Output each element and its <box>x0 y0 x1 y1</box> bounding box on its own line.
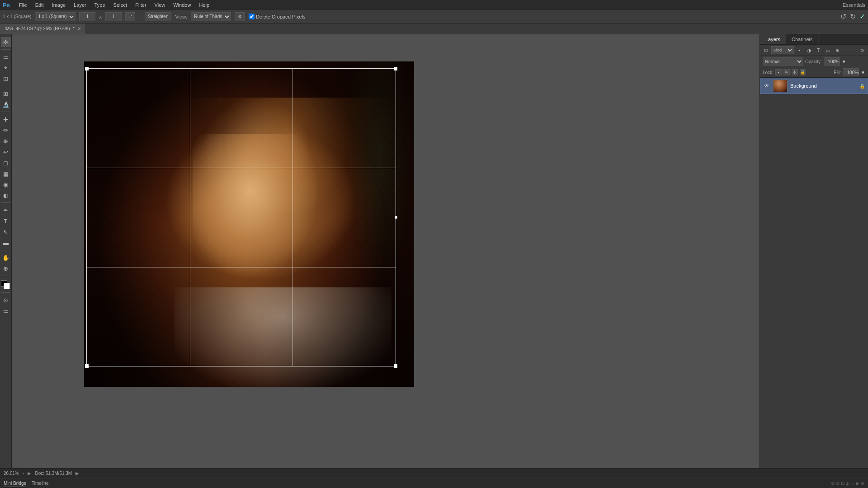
blend-mode-select[interactable]: Normal Dissolve Multiply Screen Overlay <box>763 57 803 66</box>
menu-bar: Ps File Edit Image Layer Type Select Fil… <box>0 0 868 10</box>
doc-info: Doc: 51.3M/51.3M <box>35 471 72 476</box>
type-filter-icon[interactable]: T <box>814 46 822 54</box>
history-brush-tool[interactable]: ↩ <box>1 147 11 157</box>
fill-arrow[interactable]: ▼ <box>861 70 865 75</box>
rotate-left-button[interactable]: ↺ <box>840 12 846 21</box>
status-arrow[interactable]: ▶ <box>28 471 31 476</box>
mini-bridge-controls: ⊘ ⊙ ⊡ ◭ ▭ ▶ ⊕ <box>831 481 864 486</box>
toggle-filter-icon[interactable]: ⊙ <box>858 46 866 54</box>
menu-image[interactable]: Image <box>48 1 70 9</box>
document-tab-name: IMG_9624.CR2 @ 26% (RGB/8) <box>5 26 70 31</box>
menu-window[interactable]: Window <box>170 1 194 9</box>
marquee-tool[interactable]: ▭ <box>1 52 11 62</box>
dodge-tool[interactable]: ◐ <box>1 190 11 200</box>
canvas-area <box>12 34 760 468</box>
layer-visibility-toggle[interactable]: 👁 <box>763 82 770 89</box>
adjustment-filter-icon[interactable]: ◑ <box>805 46 813 54</box>
ratio-width-input[interactable] <box>79 12 95 21</box>
status-bar: 26.01% ▪ ▶ Doc: 51.3M/51.3M ▶ <box>0 468 868 478</box>
document-tab[interactable]: IMG_9624.CR2 @ 26% (RGB/8) * ✕ <box>0 23 86 34</box>
tab-bar: IMG_9624.CR2 @ 26% (RGB/8) * ✕ <box>0 23 868 34</box>
zoom-tool[interactable]: ⊕ <box>1 263 11 273</box>
options-bar: 1 x 1 (Square) 1 x 1 (Square) x ⇌ Straig… <box>0 10 868 23</box>
quick-select-tool[interactable]: ⊡ <box>1 74 11 84</box>
healing-brush-tool[interactable]: ✚ <box>1 114 11 124</box>
blur-tool[interactable]: ◉ <box>1 179 11 189</box>
timeline-tab[interactable]: Timeline <box>32 480 48 487</box>
essentials-label: Essentials <box>843 2 865 8</box>
rotate-right-button[interactable]: ↻ <box>850 12 856 21</box>
pen-tool[interactable]: ✒ <box>1 205 11 215</box>
opacity-arrow[interactable]: ▼ <box>842 59 846 64</box>
lock-pixels-icon[interactable]: ✏ <box>783 69 790 75</box>
crop-box[interactable] <box>86 68 396 366</box>
menu-help[interactable]: Help <box>195 1 213 9</box>
blend-mode-row: Normal Dissolve Multiply Screen Overlay … <box>760 56 868 67</box>
crop-handle-br[interactable] <box>394 364 397 368</box>
screen-mode-tool[interactable]: ▭ <box>1 306 11 316</box>
lock-transparent-icon[interactable]: ▪ <box>775 69 782 75</box>
close-document-button[interactable]: ✕ <box>77 26 81 31</box>
menu-select[interactable]: Select <box>110 1 131 9</box>
layer-thumbnail <box>773 80 788 92</box>
menu-edit[interactable]: Edit <box>32 1 47 9</box>
lasso-tool[interactable]: ⌖ <box>1 63 11 73</box>
type-tool[interactable]: T <box>1 216 11 226</box>
foreground-background-colors[interactable] <box>1 280 11 290</box>
eraser-tool[interactable]: ◻ <box>1 158 11 168</box>
menu-view[interactable]: View <box>151 1 169 9</box>
layer-name: Background <box>790 83 857 89</box>
fill-input[interactable] <box>843 68 859 76</box>
move-tool[interactable]: ✜ <box>1 37 11 47</box>
mini-bridge-tab[interactable]: Mini Bridge <box>4 480 26 487</box>
background-color[interactable] <box>4 283 10 289</box>
opacity-input[interactable] <box>824 57 840 66</box>
quick-mask-tool[interactable]: ⊙ <box>1 295 11 305</box>
grid-line-h2 <box>87 267 396 267</box>
layer-item[interactable]: 👁 Background 🔒 <box>760 78 868 94</box>
doc-info-arrow[interactable]: ▶ <box>75 471 79 476</box>
hand-tool[interactable]: ✋ <box>1 253 11 263</box>
layers-toolbar: ⊡ Kind ▪ ◑ T ▭ ⊕ ⊙ <box>760 45 868 56</box>
smartobj-filter-icon[interactable]: ⊕ <box>833 46 841 54</box>
crop-tool[interactable]: ⊞ <box>1 89 11 99</box>
crop-handle-tl[interactable] <box>85 67 89 70</box>
filter-layers-icon[interactable]: ⊡ <box>762 46 770 54</box>
view-select[interactable]: Rule of Thirds Grid Diagonal Triangle Go… <box>191 12 231 21</box>
swap-ratio-button[interactable]: ⇌ <box>125 12 135 21</box>
menu-layer[interactable]: Layer <box>70 1 90 9</box>
path-select-tool[interactable]: ↖ <box>1 227 11 237</box>
app-logo: Ps <box>3 2 10 9</box>
channels-tab[interactable]: Channels <box>786 34 818 44</box>
crop-handle-tr[interactable] <box>394 67 397 70</box>
gradient-tool[interactable]: ▦ <box>1 169 11 178</box>
crop-handle-bl[interactable] <box>85 364 89 368</box>
crop-handle-mr[interactable] <box>395 216 397 219</box>
delete-cropped-checkbox[interactable] <box>249 14 255 19</box>
document-modified-indicator: * <box>73 26 75 31</box>
layers-tab[interactable]: Layers <box>760 34 786 44</box>
menu-file[interactable]: File <box>15 1 31 9</box>
clone-stamp-tool[interactable]: ⊕ <box>1 136 11 146</box>
layers-panel: Layers Channels ⊡ Kind ▪ ◑ T ▭ ⊕ ⊙ Norma… <box>760 34 868 468</box>
filter-kind-select[interactable]: Kind <box>771 46 794 54</box>
aspect-ratio-select[interactable]: 1 x 1 (Square) <box>35 12 75 21</box>
shape-tool[interactable]: ▬ <box>1 238 11 248</box>
opacity-label: Opacity: <box>805 59 822 64</box>
eyedropper-tool[interactable]: 🔬 <box>1 99 11 109</box>
commit-crop-button[interactable]: ✓ <box>859 12 865 21</box>
grid-line-v2 <box>292 69 293 366</box>
straighten-button[interactable]: Straighten <box>145 12 172 21</box>
lock-all-icon[interactable]: 🔒 <box>800 69 806 75</box>
shape-filter-icon[interactable]: ▭ <box>824 46 832 54</box>
lock-position-icon[interactable]: ✜ <box>792 69 798 75</box>
menu-type[interactable]: Type <box>91 1 109 9</box>
layers-list: 👁 Background 🔒 <box>760 78 868 468</box>
menu-filter[interactable]: Filter <box>132 1 150 9</box>
delete-cropped-label[interactable]: Delete Cropped Pixels <box>249 14 305 19</box>
pixel-filter-icon[interactable]: ▪ <box>795 46 803 54</box>
ratio-height-input[interactable] <box>105 12 122 21</box>
view-options-button[interactable]: ⚙ <box>235 12 245 21</box>
zoom-level: 26.01% <box>4 471 19 476</box>
brush-tool[interactable]: ✏ <box>1 125 11 135</box>
